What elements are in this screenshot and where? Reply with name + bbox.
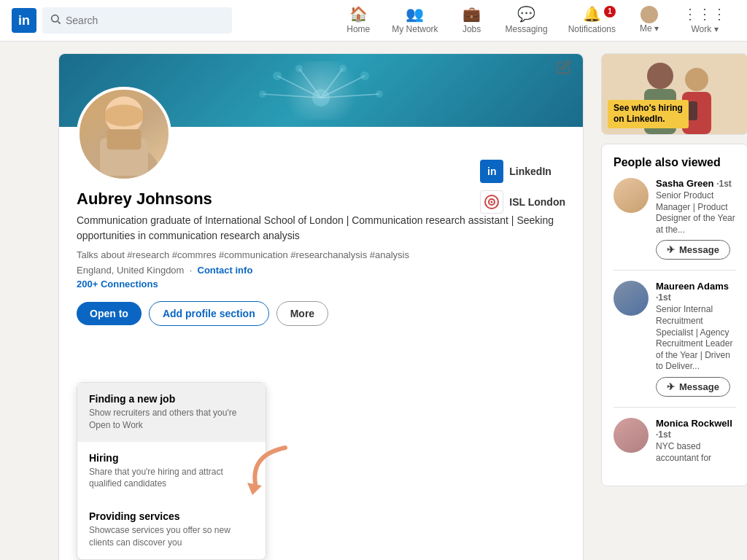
right-sidebar: See who's hiring on LinkedIn. People als… (601, 53, 747, 560)
dropdown-hiring-desc: Share that you're hiring and attract qua… (89, 466, 254, 491)
nav-home-label: Home (347, 24, 370, 34)
search-bar[interactable] (42, 7, 232, 34)
me-avatar (640, 6, 658, 23)
svg-line-14 (321, 94, 379, 98)
svg-rect-19 (107, 129, 142, 149)
search-icon (50, 13, 61, 28)
svg-point-0 (52, 15, 58, 22)
svg-marker-23 (247, 483, 262, 495)
svg-point-25 (647, 63, 673, 89)
nav-network[interactable]: 👥 My Network (383, 0, 446, 42)
isl-company-badge[interactable]: ISL London (480, 190, 565, 214)
linkedin-company-badge[interactable]: in LinkedIn (480, 160, 565, 183)
person-item-monica: Monica Rockwell ·1st NYC based accountan… (614, 418, 736, 474)
profile-location: England, United Kingdom · Contact info (77, 265, 565, 276)
person-item-maureen: Maureen Adams ·1st Senior Internal Recru… (614, 281, 736, 408)
dropdown-providing-services[interactable]: Providing services Showcase services you… (77, 500, 266, 559)
main-content: in LinkedIn ISL London Aubrey (0, 42, 747, 560)
nav-messaging-label: Messaging (506, 24, 548, 34)
linkedin-company-icon: in (480, 160, 503, 183)
svg-line-12 (321, 76, 365, 98)
linkedin-company-name: LinkedIn (509, 166, 551, 177)
navbar: in 🏠 Home 👥 My Network 💼 Jobs 💬 Messagin… (0, 0, 747, 42)
isl-company-icon (480, 190, 503, 214)
dropdown-finding-job[interactable]: Finding a new job Show recruiters and ot… (77, 383, 266, 442)
svg-line-11 (321, 69, 343, 98)
person-avatar-maureen (614, 281, 649, 316)
person-name-sasha: Sasha Green ·1st (656, 178, 736, 189)
person-headline-maureen: Senior Internal Recruitment Specialist |… (656, 304, 736, 373)
svg-point-4 (295, 65, 303, 72)
people-viewed-card: People also viewed Sasha Green ·1st Seni… (601, 144, 747, 486)
svg-point-22 (491, 201, 493, 203)
edit-profile-icon[interactable] (557, 60, 571, 77)
add-profile-section-button[interactable]: Add profile section (149, 301, 269, 326)
svg-line-10 (299, 69, 321, 98)
isl-company-name: ISL London (509, 196, 565, 208)
person-avatar-monica (614, 418, 649, 453)
messaging-icon: 💬 (517, 5, 535, 23)
svg-line-13 (263, 94, 321, 98)
linkedin-logo[interactable]: in (12, 8, 36, 33)
nav-notifications-label: Notifications (568, 24, 616, 34)
people-viewed-title: People also viewed (614, 156, 736, 169)
person-headline-monica: NYC based accountant for (656, 441, 736, 464)
message-maureen-button[interactable]: ✈ Message (656, 377, 730, 397)
person-headline-sasha: Senior Product Manager | Product Designe… (656, 190, 736, 236)
svg-point-16 (104, 104, 144, 126)
more-button[interactable]: More (276, 301, 328, 326)
nav-me-label: Me ▾ (640, 23, 659, 34)
message-icon: ✈ (667, 244, 675, 255)
dropdown-hiring-title: Hiring (89, 452, 254, 464)
person-name-monica: Monica Rockwell ·1st (656, 418, 736, 440)
person-name-maureen: Maureen Adams ·1st (656, 281, 736, 303)
work-icon: ⋮⋮⋮ (683, 5, 727, 23)
dropdown-finding-job-title: Finding a new job (89, 393, 254, 405)
dropdown-services-title: Providing services (89, 510, 254, 522)
nav-jobs[interactable]: 💼 Jobs (450, 0, 494, 42)
network-icon: 👥 (406, 5, 424, 23)
ad-image: See who's hiring on LinkedIn. (602, 54, 747, 134)
contact-info-link[interactable]: Contact info (198, 265, 253, 276)
dropdown-services-desc: Showcase services you offer so new clien… (89, 524, 254, 549)
person-avatar-sasha (614, 178, 649, 213)
nav-work[interactable]: ⋮⋮⋮ Work ▾ (674, 0, 735, 42)
company-badges: in LinkedIn ISL London (480, 160, 565, 221)
nav-messaging[interactable]: 💬 Messaging (497, 0, 557, 42)
message-sasha-button[interactable]: ✈ Message (656, 240, 730, 260)
notification-badge: 1 (604, 6, 616, 18)
svg-line-1 (58, 21, 60, 23)
person-info-sasha: Sasha Green ·1st Senior Product Manager … (656, 178, 736, 260)
profile-buttons: Open to Add profile section More (77, 301, 565, 326)
person-info-monica: Monica Rockwell ·1st NYC based accountan… (656, 418, 736, 464)
profile-avatar-container (77, 87, 171, 182)
dropdown-finding-job-desc: Show recruiters and others that you're O… (89, 407, 254, 432)
jobs-icon: 💼 (462, 5, 481, 23)
home-icon: 🏠 (349, 5, 368, 23)
open-to-button[interactable]: Open to (77, 302, 142, 325)
svg-line-9 (277, 76, 321, 98)
person-item-sasha: Sasha Green ·1st Senior Product Manager … (614, 178, 736, 271)
left-panel: in LinkedIn ISL London Aubrey (58, 53, 584, 560)
ad-label: See who's hiring on LinkedIn. (608, 100, 689, 128)
nav-work-label: Work ▾ (691, 24, 718, 34)
person-info-maureen: Maureen Adams ·1st Senior Internal Recru… (656, 281, 736, 397)
profile-avatar (77, 87, 171, 182)
search-input[interactable] (66, 15, 225, 26)
svg-point-3 (273, 71, 282, 80)
nav-network-label: My Network (392, 24, 438, 34)
svg-point-5 (339, 65, 347, 72)
message-icon-2: ✈ (667, 381, 675, 392)
nav-links: 🏠 Home 👥 My Network 💼 Jobs 💬 Messaging 🔔… (336, 0, 735, 42)
profile-hashtags: Talks about #research #commres #communic… (77, 249, 565, 260)
notifications-icon: 🔔 (583, 5, 601, 23)
profile-connections[interactable]: 200+ Connections (77, 279, 565, 289)
svg-point-27 (685, 68, 708, 91)
dropdown-arrow (234, 440, 293, 502)
svg-point-2 (312, 89, 330, 106)
nav-jobs-label: Jobs (462, 24, 481, 34)
nav-home[interactable]: 🏠 Home (336, 0, 380, 42)
nav-me[interactable]: Me ▾ (627, 0, 671, 42)
nav-notifications[interactable]: 🔔 1 Notifications (560, 0, 624, 42)
ad-card: See who's hiring on LinkedIn. (601, 53, 747, 135)
